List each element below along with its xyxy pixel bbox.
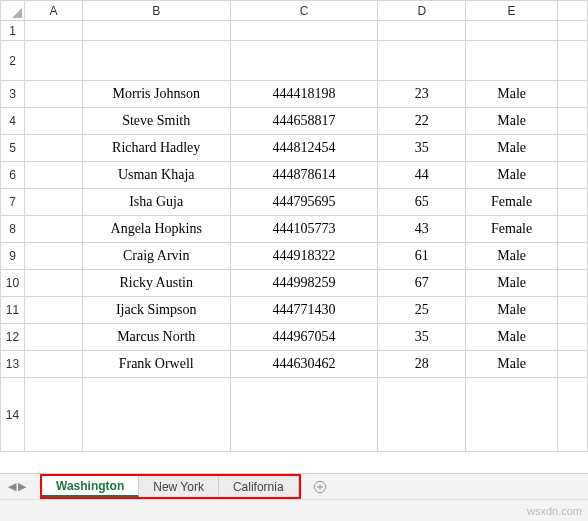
cell[interactable] [24, 189, 82, 216]
cell[interactable] [24, 324, 82, 351]
table-cell[interactable]: Isha Guja [82, 189, 230, 216]
cell[interactable] [558, 216, 588, 243]
table-cell[interactable]: Female [466, 216, 558, 243]
cell[interactable] [24, 108, 82, 135]
table-cell[interactable]: Male [466, 324, 558, 351]
cell[interactable] [466, 378, 558, 452]
table-cell[interactable]: Male [466, 81, 558, 108]
row-header-12[interactable]: 12 [1, 324, 25, 351]
table-cell[interactable]: 444918322 [230, 243, 378, 270]
cell[interactable] [558, 297, 588, 324]
cell[interactable] [378, 21, 466, 41]
header-customer[interactable]: Customer Name [82, 41, 230, 81]
chevron-right-icon[interactable]: ▶ [18, 480, 26, 493]
table-cell[interactable]: Male [466, 135, 558, 162]
row-header-2[interactable]: 2 [1, 41, 25, 81]
cell[interactable] [558, 243, 588, 270]
cell[interactable] [24, 351, 82, 378]
cell[interactable] [558, 81, 588, 108]
table-cell[interactable]: 444105773 [230, 216, 378, 243]
cell[interactable] [558, 21, 588, 41]
table-cell[interactable]: Male [466, 243, 558, 270]
table-cell[interactable]: 28 [378, 351, 466, 378]
cell[interactable] [24, 162, 82, 189]
cell[interactable] [24, 297, 82, 324]
tab-nav-controls[interactable]: ◀ ▶ [0, 474, 34, 499]
add-sheet-button[interactable] [301, 474, 339, 499]
cell[interactable] [230, 378, 378, 452]
table-cell[interactable]: 25 [378, 297, 466, 324]
cell[interactable] [378, 378, 466, 452]
row-header-8[interactable]: 8 [1, 216, 25, 243]
row-header-7[interactable]: 7 [1, 189, 25, 216]
row-header-9[interactable]: 9 [1, 243, 25, 270]
cell[interactable] [24, 378, 82, 452]
row-header-3[interactable]: 3 [1, 81, 25, 108]
table-cell[interactable]: Ijack Simpson [82, 297, 230, 324]
table-cell[interactable]: 35 [378, 324, 466, 351]
table-cell[interactable]: 444967054 [230, 324, 378, 351]
col-header-d[interactable]: D [378, 1, 466, 21]
cell[interactable] [230, 21, 378, 41]
table-cell[interactable]: Female [466, 189, 558, 216]
cell[interactable] [558, 351, 588, 378]
row-header-1[interactable]: 1 [1, 21, 25, 41]
table-cell[interactable]: 43 [378, 216, 466, 243]
row-header-10[interactable]: 10 [1, 270, 25, 297]
table-cell[interactable]: 444418198 [230, 81, 378, 108]
select-all-corner[interactable] [1, 1, 25, 21]
row-header-4[interactable]: 4 [1, 108, 25, 135]
cell[interactable] [24, 81, 82, 108]
col-header-e[interactable]: E [466, 1, 558, 21]
table-cell[interactable]: Male [466, 162, 558, 189]
row-header-5[interactable]: 5 [1, 135, 25, 162]
table-cell[interactable]: Frank Orwell [82, 351, 230, 378]
table-cell[interactable]: 444878614 [230, 162, 378, 189]
table-cell[interactable]: 444630462 [230, 351, 378, 378]
row-header-13[interactable]: 13 [1, 351, 25, 378]
table-cell[interactable]: Craig Arvin [82, 243, 230, 270]
table-cell[interactable]: 444795695 [230, 189, 378, 216]
header-age[interactable]: Age [378, 41, 466, 81]
table-cell[interactable]: Male [466, 270, 558, 297]
cell[interactable] [558, 135, 588, 162]
chevron-left-icon[interactable]: ◀ [8, 480, 16, 493]
table-cell[interactable]: 44 [378, 162, 466, 189]
table-cell[interactable]: 444771430 [230, 297, 378, 324]
table-cell[interactable]: 22 [378, 108, 466, 135]
cell[interactable] [24, 270, 82, 297]
table-cell[interactable]: 67 [378, 270, 466, 297]
table-cell[interactable]: Angela Hopkins [82, 216, 230, 243]
col-header-b[interactable]: B [82, 1, 230, 21]
cell[interactable] [558, 41, 588, 81]
cell[interactable] [558, 324, 588, 351]
table-cell[interactable]: 444658817 [230, 108, 378, 135]
cell[interactable] [558, 108, 588, 135]
cell[interactable] [558, 378, 588, 452]
table-cell[interactable]: Marcus North [82, 324, 230, 351]
table-cell[interactable]: 35 [378, 135, 466, 162]
table-cell[interactable]: 444998259 [230, 270, 378, 297]
cell[interactable] [82, 21, 230, 41]
table-cell[interactable]: Ricky Austin [82, 270, 230, 297]
col-header-blank[interactable] [558, 1, 588, 21]
table-cell[interactable]: Male [466, 351, 558, 378]
cell[interactable] [24, 41, 82, 81]
cell[interactable] [466, 21, 558, 41]
row-header-6[interactable]: 6 [1, 162, 25, 189]
table-cell[interactable]: 444812454 [230, 135, 378, 162]
row-header-11[interactable]: 11 [1, 297, 25, 324]
cell[interactable] [558, 270, 588, 297]
cell[interactable] [558, 189, 588, 216]
col-header-a[interactable]: A [24, 1, 82, 21]
col-header-c[interactable]: C [230, 1, 378, 21]
table-cell[interactable]: Male [466, 108, 558, 135]
header-gender[interactable]: Gender [466, 41, 558, 81]
cell[interactable] [82, 378, 230, 452]
table-cell[interactable]: Morris Johnson [82, 81, 230, 108]
cell[interactable] [24, 21, 82, 41]
row-header-14[interactable]: 14 [1, 378, 25, 452]
sheet-tab-california[interactable]: California [219, 476, 299, 497]
table-cell[interactable]: Richard Hadley [82, 135, 230, 162]
cell[interactable] [24, 216, 82, 243]
